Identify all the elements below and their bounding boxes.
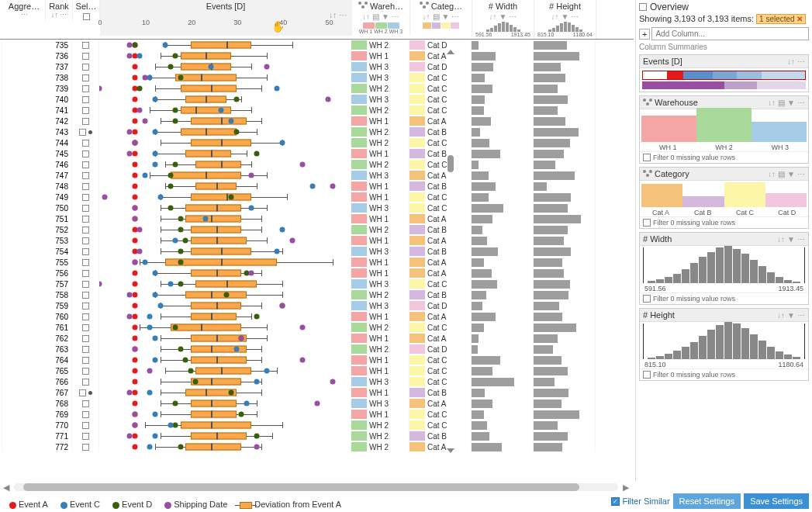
save-button[interactable]: Save Settings bbox=[744, 493, 809, 509]
table-row[interactable]: 772WH 2Cat A bbox=[0, 441, 634, 452]
row-checkbox[interactable] bbox=[82, 292, 89, 299]
table-row[interactable]: 741WH 2Cat C bbox=[0, 105, 634, 116]
table-row[interactable]: 738WH 3Cat C bbox=[0, 72, 634, 83]
row-checkbox[interactable] bbox=[82, 194, 89, 201]
sort-icon[interactable]: ↓↑ bbox=[777, 235, 785, 244]
row-checkbox[interactable] bbox=[82, 281, 89, 288]
table-row[interactable]: 737WH 3Cat D bbox=[0, 61, 634, 72]
row-checkbox[interactable] bbox=[82, 161, 89, 168]
row-checkbox[interactable] bbox=[82, 411, 89, 418]
row-checkbox[interactable] bbox=[82, 227, 89, 234]
table-row[interactable]: 769WH 1Cat C bbox=[0, 409, 634, 420]
row-checkbox[interactable] bbox=[82, 118, 89, 125]
row-checkbox[interactable] bbox=[82, 324, 89, 331]
table-row[interactable]: 747WH 3Cat A bbox=[0, 170, 634, 181]
table-row[interactable]: 761WH 2Cat C bbox=[0, 322, 634, 333]
row-checkbox[interactable] bbox=[82, 433, 89, 440]
table-row[interactable]: 753WH 1Cat A bbox=[0, 235, 634, 246]
row-checkbox[interactable] bbox=[82, 303, 89, 310]
col-height[interactable]: Height ↓↑▼⋯ 815.101180.64 bbox=[534, 0, 596, 39]
group-icon[interactable]: ▤ bbox=[778, 170, 785, 178]
table-row[interactable]: 752WH 2Cat B bbox=[0, 224, 634, 235]
col-rank[interactable]: Rank ↓↑ ⋯ bbox=[46, 0, 73, 20]
filter-icon[interactable]: ▼ bbox=[787, 170, 795, 178]
filter-missing-checkbox[interactable] bbox=[643, 154, 651, 161]
row-checkbox[interactable] bbox=[82, 53, 89, 60]
add-column-input[interactable] bbox=[651, 27, 809, 40]
row-checkbox[interactable] bbox=[79, 389, 86, 396]
row-checkbox[interactable] bbox=[82, 346, 89, 353]
table-row[interactable]: 754WH 3Cat B bbox=[0, 246, 634, 257]
row-checkbox[interactable] bbox=[82, 237, 89, 244]
table-row[interactable]: 766WH 3Cat C bbox=[0, 376, 634, 387]
table-row[interactable]: 763WH 2Cat D bbox=[0, 344, 634, 355]
row-checkbox[interactable] bbox=[82, 444, 89, 451]
row-checkbox[interactable] bbox=[82, 400, 89, 407]
row-checkbox[interactable] bbox=[82, 259, 89, 266]
row-checkbox[interactable] bbox=[82, 205, 89, 212]
row-checkbox[interactable] bbox=[82, 422, 89, 429]
row-checkbox[interactable] bbox=[82, 64, 89, 71]
row-checkbox[interactable] bbox=[82, 216, 89, 223]
row-checkbox[interactable] bbox=[82, 335, 89, 342]
table-row[interactable]: 759WH 3Cat D bbox=[0, 300, 634, 311]
table-row[interactable]: 755WH 1Cat A bbox=[0, 257, 634, 268]
row-checkbox[interactable] bbox=[82, 96, 89, 103]
col-events[interactable]: Events [D] ↓↑ ⋯ 01020304050 bbox=[100, 0, 352, 36]
table-row[interactable]: 771WH 2Cat B bbox=[0, 431, 634, 441]
filter-similar-check[interactable]: ✓Filter Similar bbox=[611, 496, 669, 506]
filter-missing-checkbox[interactable] bbox=[643, 295, 651, 303]
col-width[interactable]: Width ↓↑▼⋯ 591.561913.45 bbox=[472, 0, 534, 39]
filter-missing-checkbox[interactable] bbox=[643, 219, 651, 227]
table-row[interactable]: 750WH 3Cat C bbox=[0, 202, 634, 213]
more-icon[interactable]: ⋯ bbox=[797, 57, 805, 66]
table-row[interactable]: 765WH 1Cat C bbox=[0, 365, 634, 376]
col-aggre[interactable]: Aggre… ⋯ bbox=[3, 0, 46, 20]
row-checkbox[interactable] bbox=[82, 85, 89, 92]
table-row[interactable]: 745WH 1Cat B bbox=[0, 148, 634, 159]
row-checkbox[interactable] bbox=[82, 270, 89, 277]
sort-icon[interactable]: ↓↑ bbox=[768, 99, 776, 107]
table-row[interactable]: 746WH 2Cat C bbox=[0, 159, 634, 170]
table-row[interactable]: 757WH 3Cat C bbox=[0, 278, 634, 289]
row-checkbox[interactable] bbox=[82, 313, 89, 320]
table-row[interactable]: 744WH 2Cat C bbox=[0, 137, 634, 148]
row-checkbox[interactable] bbox=[82, 379, 89, 386]
filter-missing-checkbox[interactable] bbox=[643, 371, 651, 379]
row-checkbox[interactable] bbox=[82, 107, 89, 114]
filter-icon[interactable]: ▼ bbox=[787, 311, 795, 320]
row-checkbox[interactable] bbox=[82, 172, 89, 179]
row-checkbox[interactable] bbox=[82, 183, 89, 190]
table-row[interactable]: 735WH 2Cat D bbox=[0, 40, 634, 50]
row-checkbox[interactable] bbox=[82, 74, 89, 81]
table-row[interactable]: 767WH 1Cat B bbox=[0, 387, 634, 398]
table-row[interactable]: 742WH 1Cat A bbox=[0, 116, 634, 126]
reset-button[interactable]: Reset Settings bbox=[673, 493, 741, 509]
table-row[interactable]: 758WH 2Cat B bbox=[0, 289, 634, 300]
table-row[interactable]: 743WH 2Cat B bbox=[0, 126, 634, 137]
table-row[interactable]: 762WH 1Cat A bbox=[0, 333, 634, 344]
row-checkbox[interactable] bbox=[82, 150, 89, 157]
table-row[interactable]: 770WH 2Cat C bbox=[0, 420, 634, 431]
horizontal-scrollbar[interactable]: ◀ ▶ bbox=[0, 481, 632, 493]
row-checkbox[interactable] bbox=[82, 248, 89, 255]
more-icon[interactable]: ⋯ bbox=[797, 311, 805, 320]
table-row[interactable]: 736WH 1Cat A bbox=[0, 50, 634, 61]
filter-icon[interactable]: ▼ bbox=[787, 235, 795, 244]
table-row[interactable]: 739WH 2Cat C bbox=[0, 83, 634, 94]
table-row[interactable]: 764WH 1Cat C bbox=[0, 355, 634, 365]
overview-checkbox[interactable] bbox=[639, 3, 647, 11]
table-row[interactable]: 749WH 1Cat C bbox=[0, 192, 634, 202]
table-row[interactable]: 751WH 1Cat A bbox=[0, 213, 634, 224]
more-icon[interactable]: ⋯ bbox=[797, 170, 805, 178]
col-category[interactable]: Categ… ↓↑▤▼⋯ bbox=[410, 0, 472, 36]
table-row[interactable]: 740WH 3Cat C bbox=[0, 94, 634, 105]
row-checkbox[interactable] bbox=[82, 368, 89, 375]
add-column-plus[interactable]: + bbox=[639, 29, 650, 40]
more-icon[interactable]: ⋯ bbox=[797, 235, 805, 244]
vertical-scrollbar[interactable] bbox=[446, 56, 454, 447]
selected-badge[interactable]: 1 selected✕ bbox=[756, 14, 806, 24]
filter-icon[interactable]: ▼ bbox=[787, 99, 795, 107]
table-row[interactable]: 748WH 1Cat B bbox=[0, 181, 634, 192]
col-warehouse[interactable]: Wareh… ↓↑▤▼⋯ WH 1WH 2WH 3 bbox=[352, 0, 410, 36]
